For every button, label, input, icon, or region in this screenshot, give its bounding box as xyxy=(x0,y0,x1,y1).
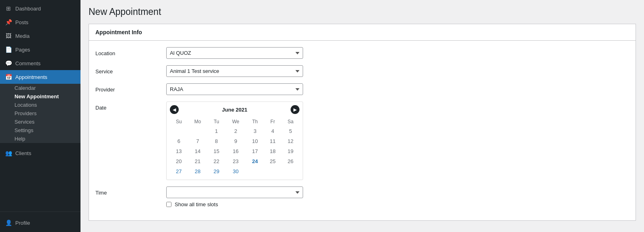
calendar-day: 2 xyxy=(225,126,246,136)
date-row: Date ◀ June 2021 ▶ SuMoTuWeThFrSa 12345 xyxy=(95,102,629,180)
calendar-day[interactable]: 27 xyxy=(170,166,188,176)
calendar-day xyxy=(170,126,188,136)
time-label: Time xyxy=(95,186,160,196)
time-row: Time Show all time slots xyxy=(95,186,629,207)
sidebar-sub-services[interactable]: Services xyxy=(0,118,80,126)
dashboard-icon: ⊞ xyxy=(5,5,12,12)
calendar-day[interactable]: 29 xyxy=(208,166,225,176)
date-control: ◀ June 2021 ▶ SuMoTuWeThFrSa 12345678910… xyxy=(166,102,303,180)
calendar-next-button[interactable]: ▶ xyxy=(291,105,299,114)
sidebar-sub-locations[interactable]: Locations xyxy=(0,101,80,109)
sidebar-sub-settings[interactable]: Settings xyxy=(0,126,80,135)
calendar-day: 1 xyxy=(208,126,225,136)
time-select[interactable] xyxy=(166,186,303,198)
sidebar: ⊞ Dashboard 📌 Posts 🖼 Media 📄 Pages 💬 Co… xyxy=(0,0,80,232)
calendar-month: June 2021 xyxy=(222,107,248,113)
card-header: Appointment Info xyxy=(89,24,636,41)
calendar-day: 11 xyxy=(264,136,282,146)
sidebar-item-appointments[interactable]: 📅 Appointments xyxy=(0,70,80,84)
calendar-day: 25 xyxy=(264,156,282,166)
sidebar-item-label: Posts xyxy=(15,19,29,25)
appointment-info-card: Appointment Info Location Al QUOZ Servic… xyxy=(89,24,636,221)
cal-day-header: We xyxy=(225,117,246,126)
calendar-day xyxy=(246,166,264,176)
calendar-day: 21 xyxy=(188,156,207,166)
calendar-day: 23 xyxy=(225,156,246,166)
calendar-prev-button[interactable]: ◀ xyxy=(170,105,179,114)
provider-select[interactable]: RAJA xyxy=(166,83,303,95)
sidebar-sub-calendar[interactable]: Calendar xyxy=(0,84,80,92)
calendar: ◀ June 2021 ▶ SuMoTuWeThFrSa 12345678910… xyxy=(166,102,303,180)
calendar-day: 6 xyxy=(170,136,188,146)
calendar-day: 19 xyxy=(281,146,299,156)
card-body: Location Al QUOZ Service Animal 1 Test s… xyxy=(89,41,636,220)
calendar-day xyxy=(264,166,282,176)
calendar-day: 3 xyxy=(246,126,264,136)
sidebar-item-comments[interactable]: 💬 Comments xyxy=(0,56,80,70)
comments-icon: 💬 xyxy=(5,60,12,67)
sidebar-item-pages[interactable]: 📄 Pages xyxy=(0,43,80,56)
service-label: Service xyxy=(95,65,160,75)
sidebar-item-label: Appointments xyxy=(15,74,47,80)
calendar-day xyxy=(281,166,299,176)
sidebar-item-label: Pages xyxy=(15,47,30,53)
profile-icon: 👤 xyxy=(5,219,12,226)
calendar-day[interactable]: 30 xyxy=(225,166,246,176)
sidebar-item-label: Dashboard xyxy=(15,6,41,12)
sidebar-item-posts[interactable]: 📌 Posts xyxy=(0,15,80,29)
calendar-day: 9 xyxy=(225,136,246,146)
calendar-day: 8 xyxy=(208,136,225,146)
sidebar-item-label: Profile xyxy=(15,220,30,226)
location-select[interactable]: Al QUOZ xyxy=(166,47,303,59)
calendar-day: 4 xyxy=(264,126,282,136)
sidebar-item-clients[interactable]: 👥 Clients xyxy=(0,146,80,160)
calendar-day: 5 xyxy=(281,126,299,136)
provider-label: Provider xyxy=(95,83,160,93)
cal-day-header: Th xyxy=(246,117,264,126)
calendar-day[interactable]: 28 xyxy=(188,166,207,176)
posts-icon: 📌 xyxy=(5,19,12,26)
appointments-icon: 📅 xyxy=(5,73,12,81)
calendar-grid: SuMoTuWeThFrSa 1234567891011121314151617… xyxy=(170,117,299,176)
sidebar-item-label: Comments xyxy=(15,60,41,66)
calendar-day: 12 xyxy=(281,136,299,146)
service-row: Service Animal 1 Test service xyxy=(95,65,629,77)
show-all-slots-label[interactable]: Show all time slots xyxy=(175,201,218,207)
cal-day-header: Tu xyxy=(208,117,225,126)
calendar-day xyxy=(188,126,207,136)
sidebar-sub-new-appointment[interactable]: New Appointment xyxy=(0,92,80,101)
date-label: Date xyxy=(95,102,160,111)
service-control: Animal 1 Test service xyxy=(166,65,303,77)
show-all-slots-checkbox[interactable] xyxy=(166,202,171,207)
calendar-day: 7 xyxy=(188,136,207,146)
sidebar-sub-providers[interactable]: Providers xyxy=(0,109,80,118)
service-select[interactable]: Animal 1 Test service xyxy=(166,65,303,77)
main-content: New Appointment Appointment Info Locatio… xyxy=(80,0,644,232)
cal-day-header: Sa xyxy=(281,117,299,126)
calendar-header: ◀ June 2021 ▶ xyxy=(170,105,299,114)
cal-day-header: Fr xyxy=(264,117,282,126)
sidebar-item-dashboard[interactable]: ⊞ Dashboard xyxy=(0,2,80,15)
calendar-day: 14 xyxy=(188,146,207,156)
sidebar-item-media[interactable]: 🖼 Media xyxy=(0,29,80,43)
sidebar-sub-help[interactable]: Help xyxy=(0,135,80,143)
calendar-day: 24 xyxy=(246,156,264,166)
location-control: Al QUOZ xyxy=(166,47,303,59)
calendar-day: 17 xyxy=(246,146,264,156)
calendar-day: 20 xyxy=(170,156,188,166)
provider-row: Provider RAJA xyxy=(95,83,629,95)
sidebar-item-label: Clients xyxy=(15,150,31,156)
clients-icon: 👥 xyxy=(5,149,12,157)
calendar-day: 18 xyxy=(264,146,282,156)
cal-day-header: Mo xyxy=(188,117,207,126)
provider-control: RAJA xyxy=(166,83,303,95)
location-label: Location xyxy=(95,47,160,56)
sidebar-item-label: Media xyxy=(15,33,29,39)
pages-icon: 📄 xyxy=(5,46,12,53)
calendar-day: 10 xyxy=(246,136,264,146)
cal-day-header: Su xyxy=(170,117,188,126)
calendar-day: 22 xyxy=(208,156,225,166)
location-row: Location Al QUOZ xyxy=(95,47,629,59)
sidebar-item-profile[interactable]: 👤 Profile xyxy=(0,213,80,232)
calendar-day: 16 xyxy=(225,146,246,156)
